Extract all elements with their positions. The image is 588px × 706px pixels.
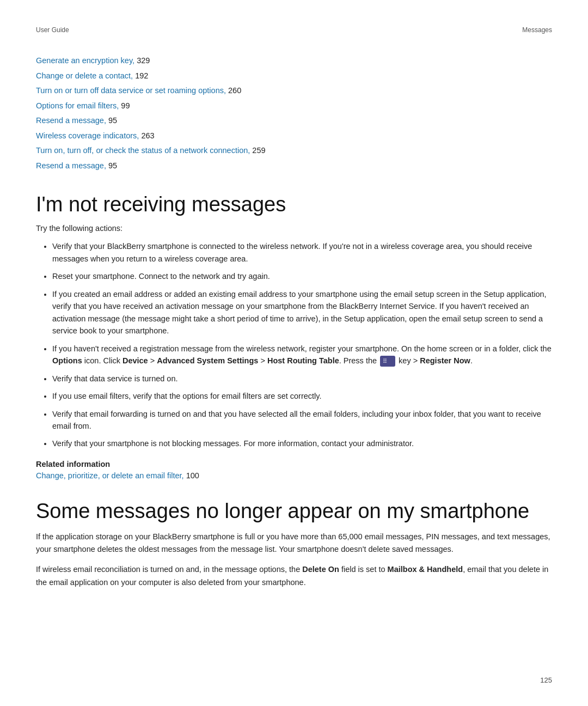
link-change-filter[interactable]: Change, prioritize, or delete an email f…: [36, 471, 184, 480]
section2-para1: If the application storage on your Black…: [36, 531, 552, 556]
list-item: Reset your smartphone. Connect to the ne…: [52, 270, 552, 282]
list-item: Change or delete a contact, 192: [36, 69, 552, 84]
link-list: Generate an encryption key, 329 Change o…: [36, 53, 552, 173]
section1: I'm not receiving messages Try the follo…: [36, 193, 552, 480]
link-resend-1[interactable]: Resend a message,: [36, 116, 106, 125]
list-item: Options for email filters, 99: [36, 99, 552, 114]
section1-intro: Try the following actions:: [36, 224, 552, 233]
bullet-list: Verify that your BlackBerry smartphone i…: [52, 240, 552, 450]
header-right: Messages: [522, 26, 552, 34]
bb-key-icon: [380, 356, 395, 367]
section2-para2: If wireless email reconciliation is turn…: [36, 563, 552, 588]
list-item: Generate an encryption key, 329: [36, 53, 552, 69]
header-left: User Guide: [36, 26, 69, 34]
list-item: Verify that your BlackBerry smartphone i…: [52, 240, 552, 265]
list-item: Turn on, turn off, or check the status o…: [36, 143, 552, 159]
link-contact[interactable]: Change or delete a contact,: [36, 71, 133, 80]
list-item: Resend a message, 95: [36, 159, 552, 174]
link-wireless-coverage[interactable]: Wireless coverage indicators,: [36, 131, 139, 140]
list-item: Resend a message, 95: [36, 113, 552, 129]
section2: Some messages no longer appear on my sma…: [36, 500, 552, 589]
section2-title: Some messages no longer appear on my sma…: [36, 500, 552, 523]
list-item: If you haven't received a registration m…: [52, 343, 552, 367]
list-item: Verify that data service is turned on.: [52, 373, 552, 385]
list-item: Wireless coverage indicators, 263: [36, 129, 552, 144]
list-item: Turn on or turn off data service or set …: [36, 83, 552, 99]
list-item: If you use email filters, verify that th…: [52, 390, 552, 402]
list-item: Verify that your smartphone is not block…: [52, 437, 552, 449]
list-item: Verify that email forwarding is turned o…: [52, 408, 552, 433]
section1-title: I'm not receiving messages: [36, 193, 552, 216]
related-link: Change, prioritize, or delete an email f…: [36, 471, 552, 480]
link-encryption[interactable]: Generate an encryption key,: [36, 56, 134, 65]
link-network-connection[interactable]: Turn on, turn off, or check the status o…: [36, 146, 250, 155]
list-item: If you created an email address or added…: [52, 288, 552, 337]
link-data-service[interactable]: Turn on or turn off data service or set …: [36, 86, 226, 95]
link-resend-2[interactable]: Resend a message,: [36, 161, 106, 170]
related-info-label: Related information: [36, 460, 552, 468]
page-header: User Guide Messages: [36, 26, 552, 34]
page-number: 125: [540, 676, 552, 684]
link-email-filters[interactable]: Options for email filters,: [36, 101, 119, 110]
